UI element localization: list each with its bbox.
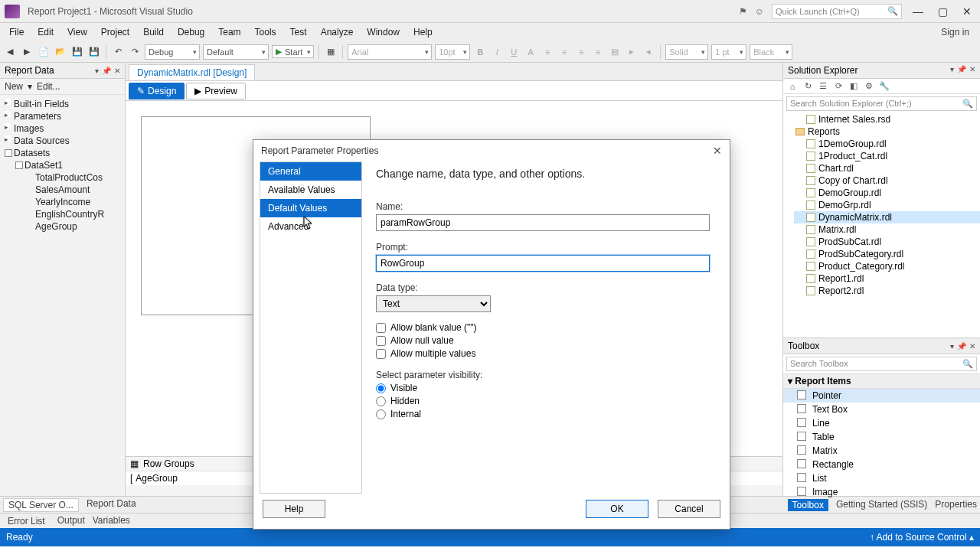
tool-pointer[interactable]: Pointer — [783, 389, 980, 403]
toolbox-search-input[interactable]: Search Toolbox🔍 — [786, 357, 977, 371]
field-totalproductcost[interactable]: TotalProductCos — [24, 171, 122, 184]
home-icon[interactable]: ⌂ — [786, 82, 799, 91]
dialog-close-button[interactable]: ✕ — [713, 145, 722, 157]
tree-builtin-fields[interactable]: Built-in Fields — [3, 98, 122, 110]
tool-matrix[interactable]: Matrix — [783, 444, 980, 458]
font-dropdown[interactable]: Arial — [348, 44, 432, 60]
wrench-icon[interactable]: 🔧 — [878, 81, 890, 91]
fontcolor-icon[interactable]: A — [524, 45, 537, 59]
menu-project[interactable]: Project — [95, 24, 136, 40]
preview-tab[interactable]: ▶Preview — [186, 83, 246, 99]
allow-multiple-checkbox[interactable] — [376, 349, 386, 359]
reports-folder[interactable]: Reports — [794, 126, 980, 138]
align-center-icon[interactable]: ≡ — [557, 45, 571, 59]
new-dropdown[interactable]: New — [5, 81, 23, 92]
menu-test[interactable]: Test — [284, 24, 313, 40]
report-item[interactable]: ProdSubCat.rdl — [794, 236, 980, 248]
report-item[interactable]: Copy of Chart.rdl — [794, 174, 980, 187]
new-project-icon[interactable]: 📄 — [37, 45, 51, 59]
tab-sqlserver[interactable]: SQL Server O... — [3, 498, 79, 512]
allow-blank-checkbox[interactable] — [376, 323, 386, 333]
tool-image[interactable]: Image — [783, 485, 980, 499]
close-panel-icon[interactable]: ✕ — [969, 65, 975, 76]
report-item-selected[interactable]: DynamicMatrix.rdl — [794, 211, 980, 223]
solution-search-input[interactable]: Search Solution Explorer (Ctrl+;)🔍 — [786, 96, 977, 111]
menu-help[interactable]: Help — [407, 24, 439, 40]
align-left-icon[interactable]: ≡ — [541, 45, 554, 59]
menu-tools[interactable]: Tools — [249, 24, 283, 40]
save-icon[interactable]: 💾 — [70, 45, 84, 59]
extension-icon[interactable]: ▦ — [324, 45, 338, 59]
report-item[interactable]: DemoGrp.rdl — [794, 199, 980, 211]
tool-list[interactable]: List — [783, 471, 980, 485]
maximize-button[interactable]: ▢ — [934, 5, 951, 18]
config-dropdown[interactable]: Debug — [145, 44, 200, 60]
border-color-dropdown[interactable]: Black — [750, 44, 792, 60]
tree-parameters[interactable]: Parameters — [3, 110, 122, 122]
back-button[interactable]: ◀ — [3, 45, 17, 59]
edit-button[interactable]: Edit... — [37, 81, 60, 92]
tab-variables[interactable]: Variables — [93, 515, 130, 527]
sign-in-link[interactable]: Sign in — [941, 27, 977, 37]
border-width-dropdown[interactable]: 1 pt — [711, 44, 746, 60]
align-right-icon[interactable]: ≡ — [574, 45, 588, 59]
add-source-control[interactable]: ↑ Add to Source Control ▴ — [870, 532, 974, 543]
menu-debug[interactable]: Debug — [172, 24, 211, 40]
menu-file[interactable]: File — [3, 24, 30, 40]
visibility-hidden-radio[interactable] — [376, 396, 386, 406]
list-icon[interactable]: ▤ — [608, 45, 622, 59]
platform-dropdown[interactable]: Default — [203, 44, 269, 60]
report-item[interactable]: Report2.rdl — [794, 285, 980, 297]
tool-line[interactable]: Line — [783, 416, 980, 430]
dropdown-icon[interactable]: ▾ — [950, 65, 954, 76]
italic-icon[interactable]: I — [490, 45, 504, 59]
menu-edit[interactable]: Edit — [31, 24, 60, 40]
redo-icon[interactable]: ↷ — [128, 45, 142, 59]
start-button[interactable]: ▶Start — [272, 45, 314, 58]
bold-icon[interactable]: B — [473, 45, 487, 59]
underline-icon[interactable]: U — [507, 45, 521, 59]
help-button[interactable]: Help — [263, 500, 325, 518]
tab-properties[interactable]: Properties — [935, 499, 977, 511]
shared-datasource-item[interactable]: Internet Sales.rsd — [794, 113, 980, 126]
justify-icon[interactable]: ≡ — [591, 45, 605, 59]
menu-build[interactable]: Build — [137, 24, 170, 40]
menu-window[interactable]: Window — [361, 24, 406, 40]
open-icon[interactable]: 📂 — [54, 45, 67, 59]
feedback-icon[interactable]: ☺ — [755, 6, 764, 17]
tab-getting-started[interactable]: Getting Started (SSIS) — [836, 499, 927, 511]
dropdown-icon[interactable]: ▾ — [95, 67, 99, 75]
cancel-button[interactable]: Cancel — [658, 500, 720, 518]
menu-team[interactable]: Team — [212, 24, 247, 40]
save-all-icon[interactable]: 💾 — [87, 45, 101, 59]
report-item[interactable]: Product_Category.rdl — [794, 260, 980, 272]
field-salesamount[interactable]: SalesAmount — [24, 184, 122, 196]
tab-toolbox[interactable]: Toolbox — [788, 499, 828, 511]
visibility-visible-radio[interactable] — [376, 383, 386, 393]
tab-reportdata[interactable]: Report Data — [87, 498, 136, 512]
close-panel-icon[interactable]: ✕ — [114, 67, 120, 75]
tab-errorlist[interactable]: Error List — [3, 515, 50, 527]
nav-default-values[interactable]: Default Values — [260, 199, 361, 217]
nav-advanced[interactable]: Advanced — [260, 217, 361, 236]
undo-icon[interactable]: ↶ — [111, 45, 125, 59]
visibility-internal-radio[interactable] — [376, 409, 386, 419]
report-item[interactable]: Report1.rdl — [794, 272, 980, 285]
report-item[interactable]: DemoGroup.rdl — [794, 187, 980, 199]
tree-datasets[interactable]: Datasets — [3, 147, 122, 159]
document-tab[interactable]: DynamicMatrix.rdl [Design] — [129, 64, 255, 80]
outdent-icon[interactable]: ◂ — [642, 45, 655, 59]
menu-view[interactable]: View — [61, 24, 93, 40]
prompt-input[interactable] — [376, 255, 710, 272]
tab-output[interactable]: Output — [57, 515, 85, 527]
field-agegroup[interactable]: AgeGroup — [24, 220, 122, 233]
forward-button[interactable]: ▶ — [20, 45, 34, 59]
menu-analyze[interactable]: Analyze — [315, 24, 360, 40]
flag-icon[interactable]: ⚑ — [739, 6, 747, 17]
datatype-select[interactable]: Text — [376, 295, 491, 312]
quick-launch-input[interactable]: Quick Launch (Ctrl+Q) 🔍 — [772, 4, 902, 19]
tool-table[interactable]: Table — [783, 430, 980, 444]
report-item[interactable]: Matrix.rdl — [794, 223, 980, 236]
nav-available-values[interactable]: Available Values — [260, 181, 361, 199]
tree-images[interactable]: Images — [3, 122, 122, 135]
